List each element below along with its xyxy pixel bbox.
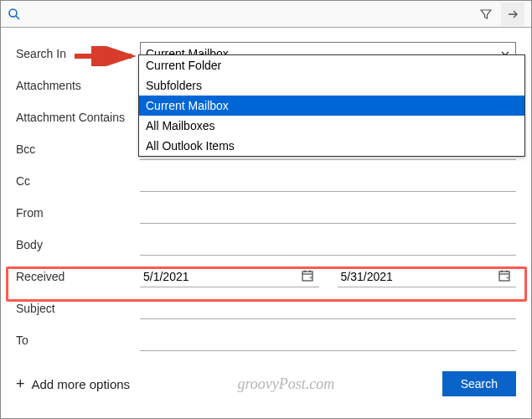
svg-text:+: +: [506, 275, 509, 281]
body-field[interactable]: [140, 234, 516, 256]
label-body: Body: [16, 238, 140, 251]
row-received: Received 5/1/2021 + 5/31/2021 +: [16, 261, 516, 292]
calendar-icon[interactable]: +: [498, 269, 513, 284]
received-start-field[interactable]: 5/1/2021 +: [140, 266, 319, 287]
dropdown-option[interactable]: All Outlook Items: [139, 136, 524, 156]
svg-point-0: [9, 9, 17, 17]
label-from: From: [16, 206, 140, 220]
row-cc: Cc: [16, 165, 516, 197]
search-in-dropdown-list: Current Folder Subfolders Current Mailbo…: [138, 54, 525, 157]
svg-line-1: [16, 16, 19, 19]
from-field[interactable]: [140, 202, 516, 224]
go-arrow-icon[interactable]: [501, 3, 524, 26]
received-start-value: 5/1/2021: [143, 270, 296, 283]
received-end-field[interactable]: 5/31/2021 +: [338, 266, 517, 287]
plus-icon: +: [16, 375, 25, 393]
row-from: From: [16, 197, 516, 229]
row-body: Body: [16, 229, 516, 261]
row-subject: Subject: [16, 292, 516, 324]
label-bcc: Bcc: [16, 142, 140, 156]
label-to: To: [16, 334, 140, 347]
svg-text:+: +: [309, 275, 312, 281]
label-search-in: Search In: [16, 47, 140, 60]
label-attachments: Attachments: [16, 79, 140, 92]
add-more-options[interactable]: + Add more options: [16, 375, 130, 393]
dropdown-option[interactable]: Subfolders: [139, 75, 524, 96]
search-input[interactable]: [28, 4, 474, 24]
label-subject: Subject: [16, 302, 140, 315]
filter-icon[interactable]: [474, 3, 498, 26]
label-attachment-contains: Attachment Contains: [16, 111, 140, 124]
dropdown-option[interactable]: Current Folder: [139, 55, 524, 75]
to-field[interactable]: [140, 329, 516, 351]
row-to: To: [16, 324, 516, 356]
label-cc: Cc: [16, 174, 140, 188]
subject-field[interactable]: [140, 297, 516, 319]
bottom-row: + Add more options groovyPost.com Search: [16, 371, 516, 396]
search-toolbar: [1, 1, 531, 28]
dropdown-option[interactable]: All Mailboxes: [139, 116, 524, 136]
watermark: groovyPost.com: [130, 375, 442, 393]
label-received: Received: [16, 270, 140, 283]
received-end-value: 5/31/2021: [341, 270, 493, 283]
search-button[interactable]: Search: [442, 371, 516, 396]
dropdown-option[interactable]: Current Mailbox: [139, 96, 524, 116]
add-more-label: Add more options: [32, 377, 131, 391]
search-icon: [8, 8, 21, 21]
cc-field[interactable]: [140, 170, 516, 192]
calendar-icon[interactable]: +: [301, 269, 316, 284]
